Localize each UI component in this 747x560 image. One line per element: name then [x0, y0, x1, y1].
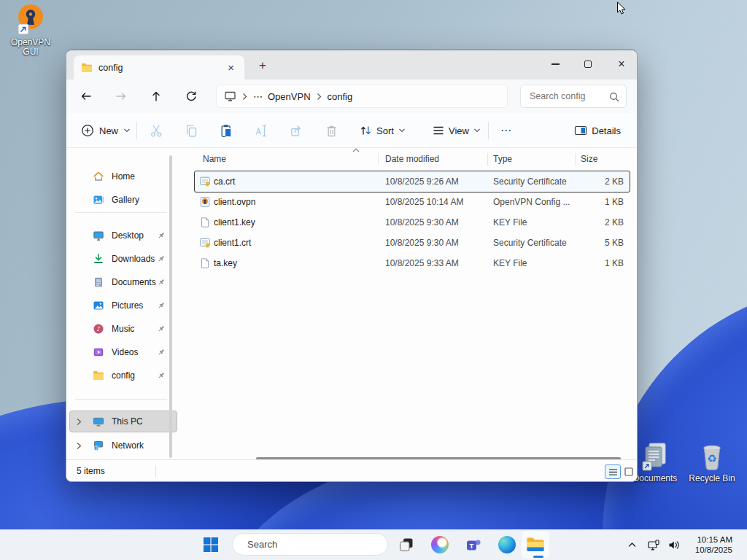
column-header-size[interactable]: Size [581, 154, 597, 164]
details-button[interactable]: Details [570, 119, 625, 142]
sort-label: Sort [376, 125, 394, 136]
see-more-button[interactable]: ⋯ [494, 118, 519, 143]
column-header-type[interactable]: Type [493, 154, 512, 164]
speaker-icon [667, 539, 681, 551]
maximize-icon [584, 61, 592, 68]
start-button[interactable] [197, 531, 225, 559]
file-size: 1 KB [565, 197, 624, 207]
close-icon: × [618, 58, 624, 70]
back-arrow-icon [80, 90, 92, 102]
teams-button[interactable]: T [460, 531, 487, 559]
desktop-shortcut-openvpn[interactable]: OpenVPN GUI [3, 1, 58, 57]
tab-config[interactable]: config × [74, 55, 244, 79]
task-view-button[interactable] [392, 531, 420, 559]
column-header-name[interactable]: Name [203, 154, 226, 164]
sort-button[interactable]: Sort [355, 119, 410, 142]
search-input[interactable] [528, 85, 608, 107]
tab-close-icon[interactable]: × [225, 62, 237, 73]
file-size: 5 KB [565, 238, 624, 248]
copy-button[interactable] [179, 118, 204, 143]
file-row-ta-key[interactable]: ta.key 10/8/2025 9:33 AM KEY File 1 KB [195, 253, 630, 273]
thumbnail-view-toggle[interactable] [621, 464, 637, 479]
shortcut-label: Recycle Bin [689, 474, 735, 483]
home-icon [93, 171, 104, 182]
file-name: client.ovpn [214, 197, 255, 207]
pin-icon [157, 231, 166, 240]
sidebar-item-documents[interactable]: Documents [66, 271, 183, 293]
cut-button[interactable] [144, 118, 169, 143]
desktop-icon [93, 230, 104, 241]
maximize-button[interactable] [572, 50, 604, 78]
column-divider[interactable] [378, 153, 379, 166]
delete-button[interactable] [319, 118, 344, 143]
documents-icon [93, 276, 104, 288]
chevron-right-icon[interactable] [241, 93, 248, 101]
close-button[interactable]: × [605, 50, 638, 78]
file-row-client1-key[interactable]: client1.key 10/8/2025 9:30 AM KEY File 2… [195, 212, 630, 233]
file-row-client1-crt[interactable]: client1.crt 10/8/2025 9:30 AM Security C… [195, 233, 630, 253]
shortcut-label: OpenVPN GUI [3, 38, 58, 57]
windows-logo-icon [202, 536, 220, 553]
file-row-ca-crt[interactable]: ca.crt 10/8/2025 9:26 AM Security Certif… [195, 171, 630, 192]
chevron-right-icon[interactable] [316, 93, 322, 101]
sidebar-label: config [112, 370, 135, 381]
new-button[interactable]: New [75, 119, 136, 142]
sidebar-item-config[interactable]: config [66, 365, 183, 386]
command-toolbar: New [66, 113, 637, 148]
minimize-icon [551, 63, 560, 64]
column-divider[interactable] [575, 153, 576, 166]
sidebar-separator [75, 399, 167, 400]
breadcrumb-overflow[interactable]: ⋯ [253, 91, 263, 102]
sidebar-item-desktop[interactable]: Desktop [66, 225, 183, 246]
file-type: OpenVPN Config ... [493, 197, 570, 207]
column-header-date[interactable]: Date modified [385, 154, 439, 164]
list-view-toggle[interactable] [605, 464, 621, 479]
refresh-button[interactable] [179, 85, 203, 108]
sidebar-scrollbar[interactable] [169, 155, 172, 458]
sidebar-item-this-pc[interactable]: This PC [66, 411, 183, 432]
search-box[interactable] [520, 85, 627, 108]
file-explorer-button[interactable] [522, 531, 549, 559]
refresh-icon [185, 90, 197, 102]
sidebar-item-home[interactable]: Home [66, 166, 183, 187]
forward-button[interactable] [109, 85, 133, 108]
back-button[interactable] [74, 85, 98, 108]
network-tray-button[interactable] [643, 531, 664, 559]
generic-file-icon [199, 257, 211, 269]
view-button[interactable]: View [428, 119, 485, 142]
chevron-right-icon[interactable] [75, 418, 82, 426]
sidebar-item-music[interactable]: ♪ Music [66, 318, 183, 340]
file-name: ca.crt [214, 176, 235, 187]
chevron-right-icon[interactable] [75, 442, 82, 450]
column-divider[interactable] [487, 153, 488, 166]
sidebar-item-pictures[interactable]: Pictures [66, 295, 183, 316]
sidebar-item-videos[interactable]: Videos [66, 341, 183, 363]
sidebar-item-downloads[interactable]: Downloads [66, 248, 183, 270]
copilot-button[interactable] [426, 531, 454, 559]
edge-button[interactable] [493, 531, 521, 559]
up-button[interactable] [144, 85, 168, 108]
paste-button[interactable] [214, 118, 239, 143]
search-icon [609, 92, 619, 102]
volume-tray-button[interactable] [664, 531, 684, 559]
sort-ascending-icon [352, 147, 360, 153]
clock-time: 10:15 AM [684, 534, 732, 545]
breadcrumb-item-openvpn[interactable]: OpenVPN [268, 91, 311, 102]
sidebar-item-gallery[interactable]: Gallery [66, 189, 183, 211]
desktop-shortcut-recycle-bin[interactable]: ♻ Recycle Bin [687, 442, 737, 483]
taskbar-clock[interactable]: 10:15 AM 10/8/2025 [684, 534, 732, 555]
sidebar-item-network[interactable]: Network [66, 435, 183, 456]
desktop-shortcut-documents[interactable]: Documents [632, 442, 678, 483]
share-icon [290, 124, 303, 138]
taskbar-search-box[interactable] [232, 533, 388, 556]
new-tab-button[interactable]: + [252, 55, 274, 77]
tray-chevron-button[interactable] [622, 531, 642, 559]
rename-button[interactable] [249, 118, 274, 143]
taskbar-search-input[interactable] [246, 538, 377, 551]
minimize-button[interactable] [539, 50, 571, 78]
status-separator [155, 465, 156, 477]
sidebar-label: Downloads [112, 254, 155, 264]
breadcrumb-item-config[interactable]: config [328, 91, 353, 102]
file-row-client-ovpn[interactable]: client.ovpn 10/8/2025 10:14 AM OpenVPN C… [195, 192, 630, 212]
share-button[interactable] [284, 118, 309, 143]
